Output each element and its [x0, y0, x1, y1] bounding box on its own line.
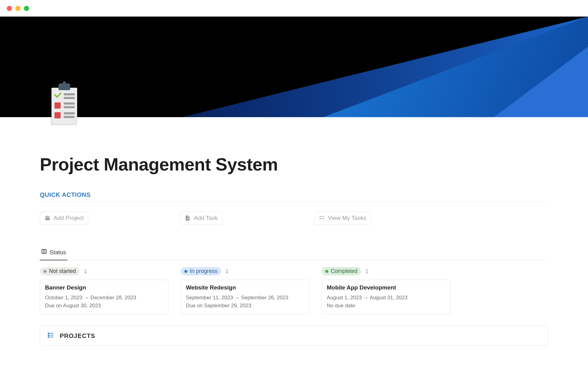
- list-icon: [47, 332, 54, 340]
- column-completed: Completed 1 Mobile App Development Augus…: [322, 267, 450, 314]
- quick-actions-row: Add Project Add Task View My Tasks: [40, 212, 548, 224]
- column-count: 1: [225, 268, 229, 275]
- status-board: Not started 1 Banner Design October 1, 2…: [40, 267, 548, 314]
- column-not-started: Not started 1 Banner Design October 1, 2…: [40, 267, 168, 314]
- status-dot-icon: [325, 270, 328, 273]
- card-mobile-app-development[interactable]: Mobile App Development August 1, 2023 → …: [322, 280, 450, 314]
- status-pill-not-started[interactable]: Not started: [40, 267, 80, 275]
- add-task-button[interactable]: Add Task: [180, 212, 222, 224]
- board-icon: [41, 248, 47, 256]
- status-dot-icon: [184, 270, 187, 273]
- page-title[interactable]: Project Management System: [40, 117, 548, 174]
- add-project-button[interactable]: Add Project: [40, 212, 88, 224]
- page-icon[interactable]: [46, 83, 83, 126]
- projects-heading: PROJECTS: [60, 332, 95, 339]
- svg-rect-8: [50, 335, 53, 335]
- tab-status[interactable]: Status: [40, 246, 67, 260]
- svg-rect-2: [42, 249, 47, 253]
- card-date-range: October 1, 2023 → December 28, 2023: [45, 295, 163, 301]
- view-my-tasks-button[interactable]: View My Tasks: [314, 212, 371, 224]
- page-cover[interactable]: [0, 17, 588, 117]
- status-dot-icon: [43, 270, 47, 273]
- briefcase-icon: [44, 215, 51, 221]
- column-in-progress: In progress 1 Website Redesign September…: [181, 267, 309, 314]
- checklist-icon: [319, 215, 325, 221]
- card-title: Banner Design: [45, 284, 163, 291]
- column-count: 1: [365, 268, 369, 275]
- view-tabs: Status: [40, 246, 548, 260]
- status-label: Not started: [49, 268, 76, 274]
- svg-rect-7: [48, 335, 50, 336]
- card-date-range: August 1, 2023 → August 31, 2023: [327, 295, 445, 301]
- close-window-button[interactable]: [7, 6, 12, 11]
- card-title: Website Redesign: [186, 284, 304, 291]
- card-date-range: September 11, 2023 → September 26, 2023: [186, 295, 304, 301]
- card-due: No due date: [327, 303, 445, 309]
- add-project-label: Add Project: [54, 215, 84, 221]
- quick-actions-heading: QUICK ACTIONS: [40, 191, 548, 202]
- column-count: 1: [84, 268, 87, 275]
- svg-rect-9: [48, 336, 50, 338]
- minimize-window-button[interactable]: [15, 6, 21, 11]
- card-website-redesign[interactable]: Website Redesign September 11, 2023 → Se…: [181, 280, 309, 314]
- svg-rect-6: [50, 333, 53, 334]
- view-my-tasks-label: View My Tasks: [328, 215, 366, 221]
- file-plus-icon: [185, 215, 191, 221]
- tab-status-label: Status: [50, 249, 66, 256]
- card-title: Mobile App Development: [327, 284, 445, 291]
- projects-section[interactable]: PROJECTS: [40, 326, 548, 346]
- svg-rect-5: [48, 333, 50, 334]
- maximize-window-button[interactable]: [24, 6, 29, 11]
- window-titlebar: [0, 0, 588, 17]
- status-pill-completed[interactable]: Completed: [322, 267, 361, 275]
- card-banner-design[interactable]: Banner Design October 1, 2023 → December…: [40, 280, 168, 314]
- svg-rect-10: [50, 337, 53, 337]
- status-pill-in-progress[interactable]: In progress: [181, 267, 221, 275]
- add-task-label: Add Task: [194, 215, 218, 221]
- status-label: In progress: [190, 268, 217, 274]
- card-due: Due on September 29, 2023: [186, 303, 304, 309]
- card-due: Due on August 30, 2023: [45, 303, 163, 309]
- status-label: Completed: [331, 268, 357, 274]
